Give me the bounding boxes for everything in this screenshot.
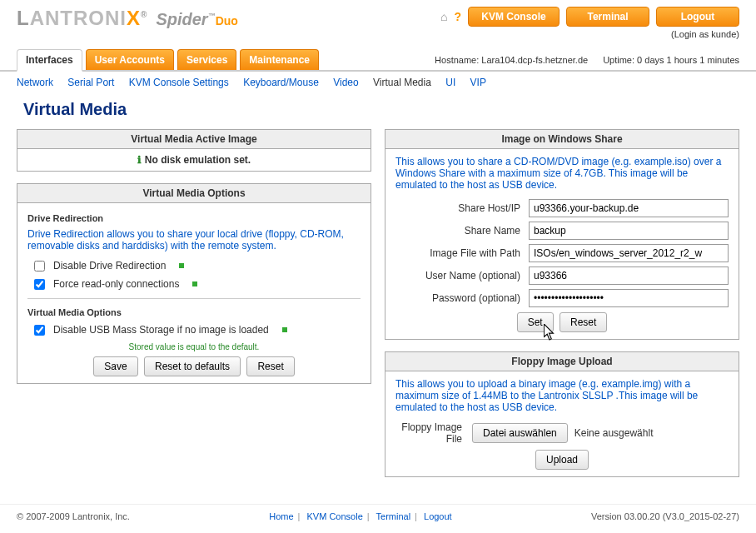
footer-links: Home| KVM Console| Terminal| Logout	[269, 511, 451, 521]
home-icon[interactable]: ⌂	[440, 10, 447, 23]
disable-drive-redirection-checkbox[interactable]	[34, 261, 45, 271]
header: LANTRONIX® Spider™Duo ⌂ ? KVM Console Te…	[0, 0, 756, 39]
upload-button[interactable]: Upload	[535, 450, 589, 470]
uptime-label: Uptime: 0 days 1 hours 1 minutes	[603, 55, 739, 65]
panel-title-active-image: Virtual Media Active Image	[17, 130, 371, 149]
password-input[interactable]	[529, 289, 729, 307]
disable-drive-redirection-label: Disable Drive Redirection	[53, 260, 166, 271]
username-label: User Name (optional)	[395, 270, 529, 281]
status-dot-icon	[282, 327, 287, 332]
drive-redirection-heading: Drive Redirection	[27, 213, 361, 223]
vm-options-heading: Virtual Media Options	[27, 307, 361, 317]
password-label: Password (optional)	[395, 292, 529, 304]
subnav-network[interactable]: Network	[17, 77, 53, 88]
terminal-button[interactable]: Terminal	[566, 7, 649, 27]
status-dot-icon	[179, 263, 184, 268]
main-tabs: Interfaces User Accounts Services Mainte…	[0, 39, 756, 72]
copyright-label: © 2007-2009 Lantronix, Inc.	[17, 511, 130, 521]
winshare-reset-button[interactable]: Reset	[560, 312, 607, 332]
force-readonly-checkbox[interactable]	[34, 279, 45, 290]
share-host-label: Share Host/IP	[395, 202, 529, 214]
panel-title-floppy: Floppy Image Upload	[385, 352, 739, 371]
status-dot-icon	[192, 281, 197, 286]
windows-share-desc: This allows you to share a CD-ROM/DVD im…	[395, 156, 729, 191]
page-title: Virtual Media	[0, 93, 756, 129]
floppy-file-label: Floppy Image File	[395, 421, 470, 445]
hostname-label: Hostname: Lara104.dcp-fs.hetzner.de	[435, 55, 588, 65]
subnav-kvm-settings[interactable]: KVM Console Settings	[129, 77, 229, 88]
logout-button[interactable]: Logout	[656, 7, 739, 27]
subnav-ui[interactable]: UI	[445, 77, 455, 88]
tab-services[interactable]: Services	[177, 49, 236, 70]
stored-default-label: Stored value is equal to the default.	[27, 342, 361, 351]
logo-lantronix: LANTRONIX®	[17, 7, 147, 30]
footer-terminal-link[interactable]: Terminal	[376, 511, 411, 521]
share-host-input[interactable]	[529, 199, 729, 217]
subnav-vip[interactable]: VIP	[470, 77, 486, 88]
reset-button[interactable]: Reset	[246, 356, 294, 376]
kvm-console-button[interactable]: KVM Console	[468, 7, 560, 27]
set-button[interactable]: Set	[517, 312, 554, 332]
logo-spider: Spider™Duo	[156, 10, 237, 29]
subnav-video[interactable]: Video	[333, 77, 358, 88]
left-column: Virtual Media Active Image ℹNo disk emul…	[17, 129, 371, 489]
no-disk-status: ℹNo disk emulation set.	[17, 149, 371, 171]
subnav-serial[interactable]: Serial Port	[67, 77, 114, 88]
footer: © 2007-2009 Lantronix, Inc. Home| KVM Co…	[0, 504, 756, 528]
floppy-desc: This allows you to upload a binary image…	[395, 378, 729, 413]
panel-floppy-upload: Floppy Image Upload This allows you to u…	[385, 351, 739, 477]
info-icon: ℹ	[137, 154, 142, 166]
share-name-label: Share Name	[395, 225, 529, 237]
logo: LANTRONIX® Spider™Duo	[17, 7, 238, 30]
header-right: ⌂ ? KVM Console Terminal Logout (Login a…	[440, 7, 739, 39]
content: Virtual Media Active Image ℹNo disk emul…	[0, 129, 756, 504]
disable-usb-label: Disable USB Mass Storage if no image is …	[53, 324, 269, 336]
tab-maintenance[interactable]: Maintenance	[240, 49, 319, 70]
version-label: Version 03.00.20 (V3.0_2015-02-27)	[591, 511, 739, 521]
footer-logout-link[interactable]: Logout	[424, 511, 452, 521]
share-name-input[interactable]	[529, 222, 729, 240]
host-info: Hostname: Lara104.dcp-fs.hetzner.de Upti…	[435, 55, 739, 70]
login-as-label: (Login as kunde)	[440, 29, 739, 39]
force-readonly-label: Force read-only connections	[53, 278, 179, 290]
footer-kvm-link[interactable]: KVM Console	[307, 511, 363, 521]
tab-user-accounts[interactable]: User Accounts	[86, 49, 174, 70]
panel-title-vm-options: Virtual Media Options	[17, 184, 371, 203]
subnav-keyboard[interactable]: Keyboard/Mouse	[243, 77, 319, 88]
help-icon[interactable]: ?	[454, 10, 461, 23]
choose-file-button[interactable]: Datei auswählen	[472, 423, 568, 443]
save-button[interactable]: Save	[93, 356, 137, 376]
image-path-input[interactable]	[529, 244, 729, 262]
drive-redirection-desc: Drive Redirection allows you to share yo…	[27, 228, 361, 252]
panel-vm-options: Virtual Media Options Drive Redirection …	[17, 183, 371, 384]
tab-interfaces[interactable]: Interfaces	[17, 49, 82, 72]
panel-title-windows-share: Image on Windows Share	[385, 130, 739, 149]
reset-defaults-button[interactable]: Reset to defaults	[144, 356, 241, 376]
footer-home-link[interactable]: Home	[269, 511, 293, 521]
no-file-label: Keine ausgewählt	[574, 427, 654, 439]
username-input[interactable]	[529, 266, 729, 285]
subnav: Network Serial Port KVM Console Settings…	[0, 72, 756, 93]
panel-active-image: Virtual Media Active Image ℹNo disk emul…	[17, 129, 371, 172]
image-path-label: Image File with Path	[395, 247, 529, 259]
disable-usb-checkbox[interactable]	[34, 325, 45, 336]
right-column: Image on Windows Share This allows you t…	[385, 129, 739, 489]
subnav-virtual-media[interactable]: Virtual Media	[373, 77, 431, 88]
panel-windows-share: Image on Windows Share This allows you t…	[385, 129, 739, 340]
